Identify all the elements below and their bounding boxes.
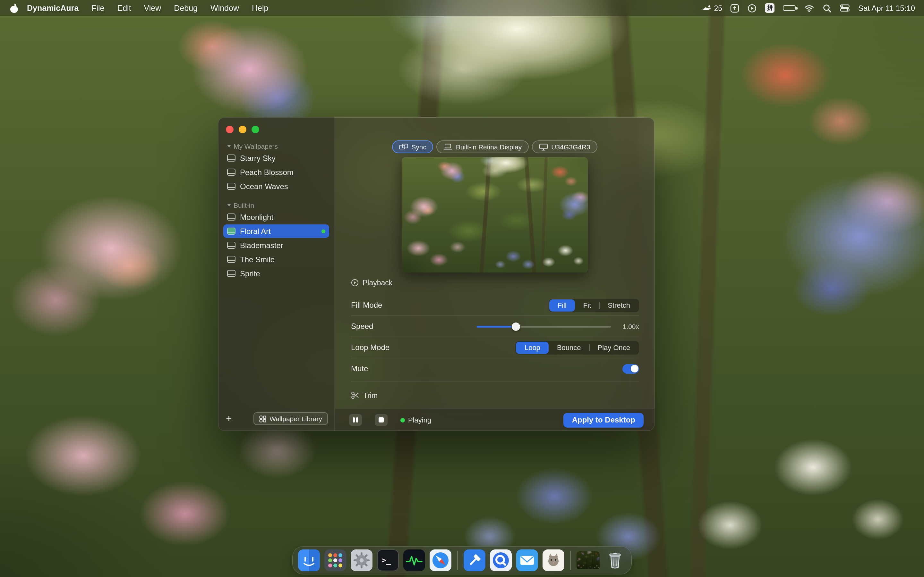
window-content: Sync Built-in Retina Display U34G3G4R3 P… <box>335 117 654 431</box>
dove-icon <box>701 4 711 12</box>
sidebar-item-blademaster[interactable]: Blademaster <box>223 239 329 252</box>
dock: >_ <box>292 546 632 574</box>
sidebar-item-the-smile[interactable]: The Smile <box>223 253 329 266</box>
wifi-icon <box>804 4 814 12</box>
sidebar-item-label: Starry Sky <box>240 153 276 163</box>
menu-edit[interactable]: Edit <box>111 3 137 13</box>
add-wallpaper-button[interactable]: + <box>226 414 232 424</box>
control-center-status-item[interactable] <box>840 5 850 11</box>
battery-icon[interactable] <box>783 5 796 11</box>
activity-monitor-icon[interactable] <box>403 550 425 571</box>
loop-mode-option-play-once[interactable]: Play Once <box>590 342 639 354</box>
fill-mode-row: Fill Mode Fill Fit Stretch <box>351 295 639 316</box>
dock-divider <box>570 551 571 570</box>
playback-section-title: Playback <box>363 279 393 287</box>
wifi-status-item[interactable] <box>804 4 814 12</box>
tab-built-in-retina-display[interactable]: Built-in Retina Display <box>437 140 529 153</box>
finder-icon[interactable] <box>298 550 320 571</box>
menu-file[interactable]: File <box>85 3 111 13</box>
playback-status: Playing <box>401 416 431 424</box>
sidebar-item-ocean-waves[interactable]: Ocean Waves <box>223 179 329 193</box>
sync-displays-icon <box>399 143 408 150</box>
app-box-status-item[interactable] <box>730 3 740 13</box>
menu-bar: DynamicAura File Edit View Debug Window … <box>0 0 924 16</box>
sidebar-section-label: My Wallpapers <box>234 142 278 150</box>
fill-mode-segmented-control: Fill Fit Stretch <box>549 298 639 312</box>
launchpad-icon[interactable] <box>325 550 346 571</box>
apply-to-desktop-button[interactable]: Apply to Desktop <box>564 413 644 427</box>
sidebar-section-built-in[interactable]: Built-in <box>223 199 329 210</box>
menu-help[interactable]: Help <box>246 3 275 13</box>
sidebar-footer: + Wallpaper Library <box>218 407 334 431</box>
sidebar-section-my-wallpapers[interactable]: My Wallpapers <box>223 140 329 151</box>
xcode-icon[interactable] <box>464 550 485 571</box>
menu-bar-clock[interactable]: Sat Apr 11 15:10 <box>858 3 915 13</box>
system-settings-icon[interactable] <box>351 550 373 571</box>
fill-mode-option-stretch[interactable]: Stretch <box>599 299 638 311</box>
pause-button[interactable] <box>349 414 362 426</box>
playback-controls-bar: Playing Apply to Desktop <box>335 408 654 431</box>
trash-icon[interactable] <box>604 550 626 571</box>
minimize-button[interactable] <box>239 126 246 133</box>
zoom-button[interactable] <box>252 126 259 133</box>
close-button[interactable] <box>226 126 234 133</box>
mute-toggle[interactable] <box>622 364 639 374</box>
trim-section-title: Trim <box>363 392 378 399</box>
wallpaper-library-button[interactable]: Wallpaper Library <box>254 412 328 425</box>
terminal-icon[interactable]: >_ <box>377 550 399 571</box>
chevron-down-icon <box>227 203 231 206</box>
fill-mode-option-fit[interactable]: Fit <box>575 299 599 311</box>
sidebar-item-label: Ocean Waves <box>240 182 288 191</box>
fill-mode-label: Fill Mode <box>351 301 382 309</box>
sidebar-item-label: Floral Art <box>240 227 271 235</box>
menu-app-name[interactable]: DynamicAura <box>21 3 85 13</box>
sidebar-item-starry-sky[interactable]: Starry Sky <box>223 151 329 165</box>
loop-mode-segmented-control: Loop Bounce Play Once <box>515 341 639 354</box>
tab-label: U34G3G4R3 <box>551 143 590 151</box>
spotlight-status-item[interactable] <box>823 3 832 13</box>
speed-slider[interactable] <box>477 322 611 331</box>
status-badge: 25 <box>714 4 722 12</box>
control-center-icon <box>840 5 850 11</box>
cat-app-icon[interactable] <box>543 550 564 571</box>
play-circle-status-item[interactable] <box>748 3 757 13</box>
wallpaper-card-icon <box>227 155 236 161</box>
svg-text:>_: >_ <box>381 556 391 565</box>
speed-slider-knob[interactable] <box>511 322 520 330</box>
menu-view[interactable]: View <box>137 3 168 13</box>
laptop-icon <box>444 143 453 150</box>
apple-menu-icon[interactable] <box>10 3 18 13</box>
tab-label: Built-in Retina Display <box>456 143 522 151</box>
menu-window[interactable]: Window <box>204 3 246 13</box>
dock-divider <box>457 551 458 570</box>
mail-icon[interactable] <box>516 550 538 571</box>
tab-sync[interactable]: Sync <box>392 140 433 153</box>
playback-icon <box>351 279 359 287</box>
menu-bar-left: DynamicAura File Edit View Debug Window … <box>9 3 275 13</box>
quicktime-icon[interactable] <box>490 550 512 571</box>
sidebar-list: My Wallpapers Starry Sky Peach Blossom O… <box>218 140 334 281</box>
safari-icon[interactable] <box>430 550 451 571</box>
sidebar-item-label: Peach Blossom <box>240 168 294 177</box>
sidebar-item-sprite[interactable]: Sprite <box>223 267 329 280</box>
loop-mode-option-bounce[interactable]: Bounce <box>549 342 590 354</box>
sidebar-item-moonlight[interactable]: Moonlight <box>223 210 329 224</box>
chevron-down-icon <box>227 145 231 147</box>
fill-mode-option-fill[interactable]: Fill <box>549 299 575 311</box>
loop-mode-row: Loop Mode Loop Bounce Play Once <box>351 337 639 358</box>
screenshot-preview-icon[interactable] <box>577 551 599 569</box>
window-sidebar: My Wallpapers Starry Sky Peach Blossom O… <box>218 117 335 431</box>
sidebar-item-peach-blossom[interactable]: Peach Blossom <box>223 165 329 179</box>
sidebar-section-gap <box>223 193 329 199</box>
stop-button[interactable] <box>375 414 388 426</box>
app-box-icon <box>730 3 740 13</box>
mute-row: Mute <box>351 358 639 379</box>
sidebar-item-floral-art[interactable]: Floral Art <box>223 224 329 238</box>
wallpaper-card-icon <box>227 256 236 263</box>
tab-label: Sync <box>411 143 426 151</box>
dove-status-item[interactable]: 25 <box>701 4 722 12</box>
tab-external-display[interactable]: U34G3G4R3 <box>532 140 597 153</box>
loop-mode-option-loop[interactable]: Loop <box>516 342 549 354</box>
menu-debug[interactable]: Debug <box>168 3 204 13</box>
input-source-icon[interactable]: 拼 <box>765 3 775 13</box>
